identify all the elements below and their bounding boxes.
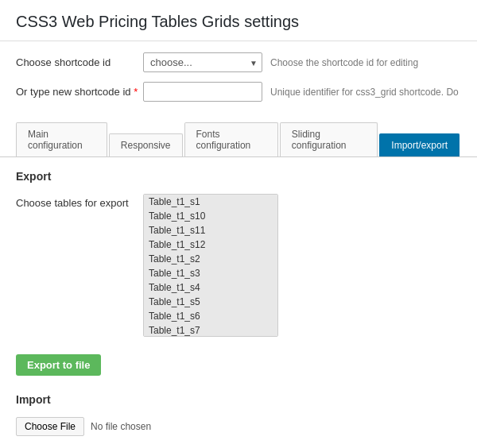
new-shortcode-row: Or type new shortcode id * Unique identi… [16,82,461,102]
new-shortcode-input[interactable] [143,82,262,102]
shortcode-select-wrapper: choose... ▼ [143,52,262,72]
tabs-wrapper: Main configuration Responsive Fonts conf… [0,122,477,157]
tab-sliding-configuration[interactable]: Sliding configuration [280,122,378,156]
export-section-title: Export [16,170,461,183]
content-area: Export Choose tables for export Table_t1… [0,157,477,448]
tab-main-configuration[interactable]: Main configuration [16,122,107,156]
shortcode-id-hint: Choose the shortcode id for editing [270,57,418,68]
export-row: Choose tables for export Table_t1_s1Tabl… [16,194,461,337]
shortcode-id-row: Choose shortcode id choose... ▼ Choose t… [16,52,461,72]
import-file-row: Choose File No file chosen [16,417,461,436]
page-title: CSS3 Web Pricing Tables Grids settings [16,13,461,31]
import-section-title: Import [16,393,461,406]
shortcode-id-select[interactable]: choose... [143,52,262,72]
no-file-label: No file chosen [91,421,151,432]
table-list-select[interactable]: Table_t1_s1Table_t1_s10Table_t1_s11Table… [143,194,278,337]
import-section: Import Choose File No file chosen Import… [16,393,461,448]
page-wrapper: CSS3 Web Pricing Tables Grids settings C… [0,0,477,448]
tab-responsive[interactable]: Responsive [109,133,183,156]
new-shortcode-hint: Unique identifier for css3_grid shortcod… [270,87,459,98]
choose-file-button[interactable]: Choose File [16,417,84,436]
shortcode-id-label: Choose shortcode id [16,56,143,68]
tab-import-export[interactable]: Import/export [379,133,460,156]
export-to-file-button[interactable]: Export to file [16,354,101,376]
export-section: Export Choose tables for export Table_t1… [16,170,461,390]
required-marker: * [134,86,138,98]
choose-tables-label: Choose tables for export [16,194,143,209]
page-header: CSS3 Web Pricing Tables Grids settings [0,0,477,41]
form-section: Choose shortcode id choose... ▼ Choose t… [0,41,477,122]
tabs: Main configuration Responsive Fonts conf… [16,122,461,156]
new-shortcode-label: Or type new shortcode id * [16,86,143,98]
tab-fonts-configuration[interactable]: Fonts configuration [184,122,278,156]
